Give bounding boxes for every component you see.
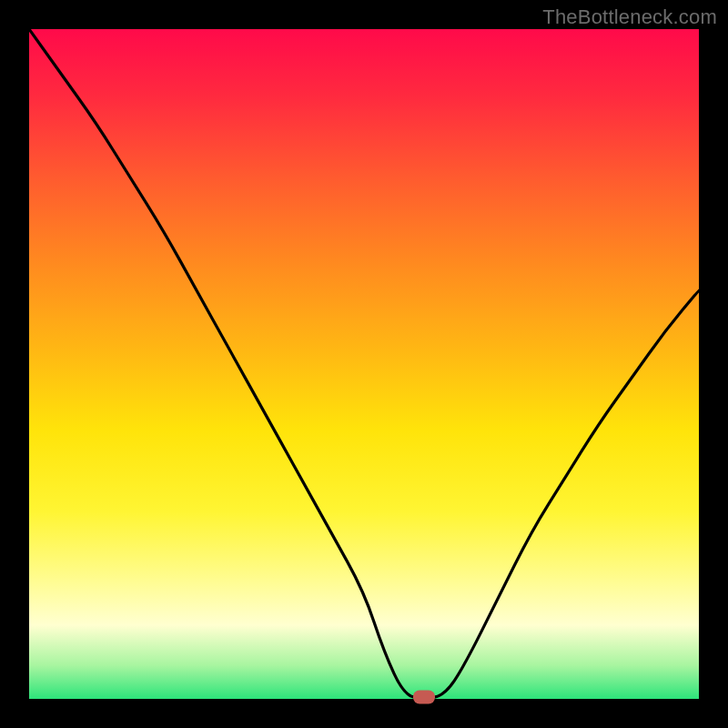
- chart-frame: TheBottleneck.com: [0, 0, 728, 728]
- curve-path: [29, 29, 699, 698]
- bottleneck-curve: [29, 29, 699, 699]
- attribution-text: TheBottleneck.com: [542, 5, 717, 29]
- plot-area: [29, 29, 699, 699]
- minimum-marker: [413, 691, 435, 704]
